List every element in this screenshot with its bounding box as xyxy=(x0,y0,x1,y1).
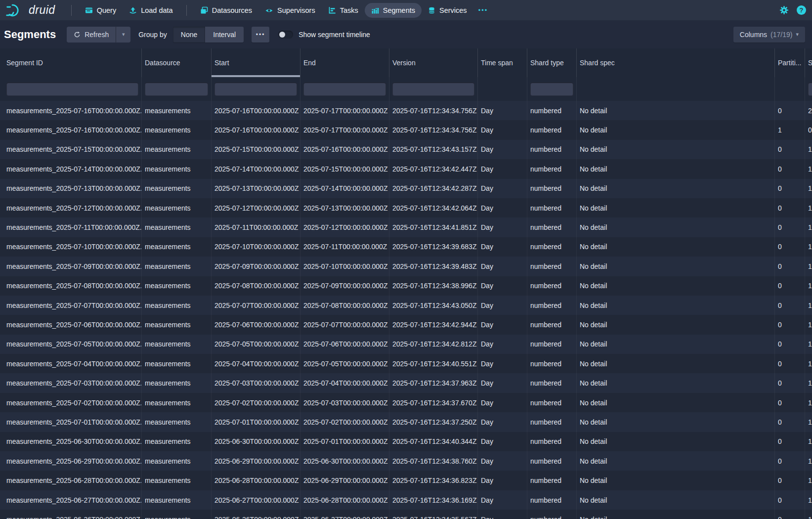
refresh-button[interactable]: Refresh xyxy=(67,27,116,43)
cell-size: 1 xyxy=(805,490,812,510)
cell-shard-spec: No detail xyxy=(577,296,775,315)
column-header-end[interactable]: End xyxy=(300,48,389,77)
table-row: measurements_2025-07-02T00:00:00.000Z...… xyxy=(0,393,812,412)
cell-partition: 0 xyxy=(775,373,805,392)
cell-size: 1 xyxy=(805,217,812,237)
cell-size: 1 xyxy=(805,451,812,471)
group-by-option-none[interactable]: None xyxy=(173,27,205,43)
cell-shard-type: numbered xyxy=(527,335,577,354)
cell-start: 2025-07-14T00:00:00.000Z xyxy=(212,159,300,178)
toggle-knob xyxy=(279,32,285,38)
cell-partition: 0 xyxy=(775,296,805,315)
column-header-version[interactable]: Version xyxy=(389,48,478,77)
cell-size: 1 xyxy=(805,140,812,159)
cell-end: 2025-07-14T00:00:00.000Z xyxy=(300,179,389,198)
druid-logo[interactable]: druid xyxy=(6,3,55,18)
cell-end: 2025-07-16T00:00:00.000Z xyxy=(300,140,389,159)
column-header-segment-id[interactable]: Segment ID xyxy=(0,48,142,77)
gear-icon[interactable] xyxy=(779,5,789,15)
filter-cell xyxy=(527,77,577,101)
nav-item-query[interactable]: Query xyxy=(79,3,123,18)
column-header-datasource[interactable]: Datasource xyxy=(142,48,212,77)
gantt-icon xyxy=(328,6,336,14)
cell-time-span: Day xyxy=(478,373,527,392)
cell-size: 1 xyxy=(805,179,812,198)
help-icon[interactable]: ? xyxy=(797,5,806,15)
nav-item-label: Services xyxy=(439,6,467,14)
cell-version: 2025-07-16T12:34:42.064Z xyxy=(389,198,478,217)
cell-size: 1 xyxy=(805,296,812,315)
filter-input-shard-type[interactable] xyxy=(530,83,573,96)
cell-shard-type: numbered xyxy=(527,373,577,392)
table-header-row: Segment ID Datasource Start End Version … xyxy=(0,48,812,77)
cell-segment-id: measurements_2025-07-04T00:00:00.000Z... xyxy=(0,354,142,373)
database-icon xyxy=(428,6,435,14)
column-header-size[interactable]: S xyxy=(805,48,812,77)
table-row: measurements_2025-07-05T00:00:00.000Z...… xyxy=(0,335,812,354)
cell-segment-id: measurements_2025-07-05T00:00:00.000Z... xyxy=(0,335,142,354)
cell-shard-type: numbered xyxy=(527,296,577,315)
table-row: measurements_2025-07-16T00:00:00.000Z...… xyxy=(0,120,812,139)
cell-size: 1 xyxy=(805,237,812,257)
table-row: measurements_2025-07-14T00:00:00.000Z...… xyxy=(0,159,812,178)
column-header-start[interactable]: Start xyxy=(212,48,300,77)
segments-toolbar: Segments Refresh ▾ Group by None xyxy=(0,20,812,48)
group-by-option-interval[interactable]: Interval xyxy=(205,27,244,43)
nav-item-segments[interactable]: Segments xyxy=(365,3,422,18)
cell-datasource: measurements xyxy=(142,179,212,198)
cell-datasource: measurements xyxy=(142,354,212,373)
cell-shard-type: numbered xyxy=(527,471,577,490)
cell-time-span: Day xyxy=(478,354,527,373)
column-header-time-span[interactable]: Time span xyxy=(478,48,527,77)
cell-shard-type: numbered xyxy=(527,315,577,334)
logo-wordmark: druid xyxy=(29,3,55,17)
cell-datasource: measurements xyxy=(142,101,212,120)
filter-input-datasource[interactable] xyxy=(145,83,208,96)
cell-partition: 0 xyxy=(775,393,805,412)
filter-input-version[interactable] xyxy=(392,83,474,96)
nav-item-tasks[interactable]: Tasks xyxy=(322,3,365,18)
cell-version: 2025-07-16T12:34:36.169Z xyxy=(389,490,478,510)
nav-item-datasources[interactable]: Datasources xyxy=(194,3,258,18)
segment-timeline-toggle[interactable] xyxy=(278,31,293,39)
column-header-partition[interactable]: Partiti... xyxy=(775,48,805,77)
refresh-dropdown-button[interactable]: ▾ xyxy=(116,27,130,43)
cell-datasource: measurements xyxy=(142,257,212,276)
cell-shard-type: numbered xyxy=(527,159,577,178)
cell-segment-id: measurements_2025-07-12T00:00:00.000Z... xyxy=(0,198,142,217)
nav-item-label: Query xyxy=(97,6,117,14)
cell-size: 1 xyxy=(805,412,812,432)
cell-segment-id: measurements_2025-07-11T00:00:00.000Z... xyxy=(0,217,142,237)
cell-partition: 0 xyxy=(775,335,805,354)
filter-input-size[interactable] xyxy=(808,83,812,96)
cell-shard-spec: No detail xyxy=(577,393,775,412)
cell-start: 2025-07-02T00:00:00.000Z xyxy=(212,393,300,412)
eye-icon xyxy=(265,6,273,14)
nav-item-services[interactable]: Services xyxy=(422,3,473,18)
cell-end: 2025-07-01T00:00:00.000Z xyxy=(300,432,389,451)
cell-partition: 0 xyxy=(775,315,805,334)
cell-shard-type: numbered xyxy=(527,510,577,519)
columns-button[interactable]: Columns (17/19) ▾ xyxy=(733,27,805,43)
cell-size: 1 xyxy=(805,471,812,490)
nav-more-button[interactable]: ••• xyxy=(473,3,493,17)
cell-end: 2025-07-13T00:00:00.000Z xyxy=(300,198,389,217)
cell-start: 2025-07-06T00:00:00.000Z xyxy=(212,315,300,334)
filter-input-end[interactable] xyxy=(303,83,386,96)
column-header-shard-spec[interactable]: Shard spec xyxy=(577,48,775,77)
cell-version: 2025-07-16T12:34:39.483Z xyxy=(389,257,478,276)
table-row: measurements_2025-07-07T00:00:00.000Z...… xyxy=(0,296,812,315)
column-header-shard-type[interactable]: Shard type xyxy=(527,48,577,77)
toolbar-more-button[interactable]: ••• xyxy=(252,27,269,43)
cell-shard-type: numbered xyxy=(527,140,577,159)
cell-end: 2025-07-04T00:00:00.000Z xyxy=(300,373,389,392)
nav-item-supervisors[interactable]: Supervisors xyxy=(258,3,322,18)
cell-time-span: Day xyxy=(478,335,527,354)
cell-end: 2025-07-07T00:00:00.000Z xyxy=(300,315,389,334)
cell-size: 1 xyxy=(805,315,812,334)
cell-time-span: Day xyxy=(478,296,527,315)
cell-shard-spec: No detail xyxy=(577,510,775,519)
filter-input-start[interactable] xyxy=(214,83,297,96)
nav-item-load-data[interactable]: Load data xyxy=(123,3,179,18)
filter-input-segment-id[interactable] xyxy=(6,83,138,96)
